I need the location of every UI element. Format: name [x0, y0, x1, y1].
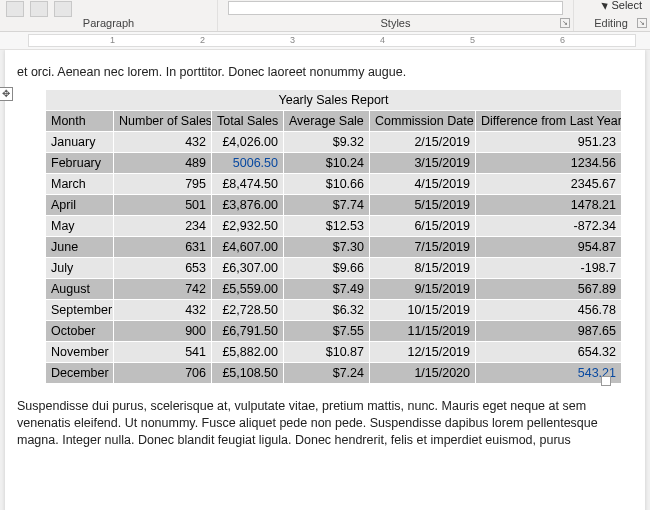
cell-month[interactable]: January: [46, 131, 114, 152]
cell-average-sale[interactable]: $7.74: [284, 194, 370, 215]
ribbon-icon[interactable]: [6, 1, 24, 17]
table-row[interactable]: July653£6,307.00$9.668/15/2019-198.7: [46, 257, 622, 278]
cell-commission-date[interactable]: 3/15/2019: [370, 152, 476, 173]
cell-month[interactable]: June: [46, 236, 114, 257]
cell-total-sales[interactable]: £5,559.00: [212, 278, 284, 299]
table-row[interactable]: April501£3,876.00$7.745/15/20191478.21: [46, 194, 622, 215]
cell-average-sale[interactable]: $10.66: [284, 173, 370, 194]
col-header-total-sales[interactable]: Total Sales: [212, 110, 284, 131]
cell-month[interactable]: February: [46, 152, 114, 173]
cell-commission-date[interactable]: 12/15/2019: [370, 341, 476, 362]
table-row[interactable]: February4895006.50$10.243/15/20191234.56: [46, 152, 622, 173]
horizontal-ruler[interactable]: 1 2 3 4 5 6: [0, 32, 650, 50]
col-header-average-sale[interactable]: Average Sale: [284, 110, 370, 131]
cell-number-of-sales[interactable]: 706: [114, 362, 212, 383]
cell-commission-date[interactable]: 9/15/2019: [370, 278, 476, 299]
table-title[interactable]: Yearly Sales Report: [46, 89, 622, 110]
cell-average-sale[interactable]: $6.32: [284, 299, 370, 320]
styles-gallery[interactable]: [228, 1, 563, 15]
cell-commission-date[interactable]: 10/15/2019: [370, 299, 476, 320]
cell-difference[interactable]: 2345.67: [476, 173, 622, 194]
col-header-month[interactable]: Month: [46, 110, 114, 131]
cell-month[interactable]: July: [46, 257, 114, 278]
cell-difference[interactable]: -872.34: [476, 215, 622, 236]
cell-total-sales[interactable]: £4,026.00: [212, 131, 284, 152]
cell-total-sales[interactable]: £6,791.50: [212, 320, 284, 341]
cell-number-of-sales[interactable]: 489: [114, 152, 212, 173]
cell-number-of-sales[interactable]: 432: [114, 131, 212, 152]
cell-total-sales[interactable]: £5,882.00: [212, 341, 284, 362]
cell-difference[interactable]: 1234.56: [476, 152, 622, 173]
cell-number-of-sales[interactable]: 742: [114, 278, 212, 299]
cell-month[interactable]: August: [46, 278, 114, 299]
cell-month[interactable]: October: [46, 320, 114, 341]
cell-total-sales[interactable]: £6,307.00: [212, 257, 284, 278]
cell-commission-date[interactable]: 11/15/2019: [370, 320, 476, 341]
document-page[interactable]: et orci. Aenean nec lorem. In porttitor.…: [5, 50, 645, 510]
cell-commission-date[interactable]: 1/15/2020: [370, 362, 476, 383]
cell-average-sale[interactable]: $7.49: [284, 278, 370, 299]
cell-month[interactable]: April: [46, 194, 114, 215]
cell-difference[interactable]: -198.7: [476, 257, 622, 278]
cell-average-sale[interactable]: $12.53: [284, 215, 370, 236]
cell-number-of-sales[interactable]: 900: [114, 320, 212, 341]
styles-dialog-launcher-icon[interactable]: ↘: [560, 18, 570, 28]
cell-difference[interactable]: 951.23: [476, 131, 622, 152]
cell-difference[interactable]: 654.32: [476, 341, 622, 362]
table-resize-handle-icon[interactable]: [601, 376, 611, 386]
cell-total-sales[interactable]: £2,932.50: [212, 215, 284, 236]
col-header-difference[interactable]: Difference from Last Year: [476, 110, 622, 131]
table-row[interactable]: November541£5,882.00$10.8712/15/2019654.…: [46, 341, 622, 362]
cell-number-of-sales[interactable]: 541: [114, 341, 212, 362]
table-row[interactable]: January432£4,026.00$9.322/15/2019951.23: [46, 131, 622, 152]
cell-number-of-sales[interactable]: 234: [114, 215, 212, 236]
cell-total-sales[interactable]: £5,108.50: [212, 362, 284, 383]
cell-difference[interactable]: 543.21: [476, 362, 622, 383]
cell-commission-date[interactable]: 4/15/2019: [370, 173, 476, 194]
ribbon-icon[interactable]: [30, 1, 48, 17]
table-row[interactable]: May234£2,932.50$12.536/15/2019-872.34: [46, 215, 622, 236]
body-paragraph-above[interactable]: et orci. Aenean nec lorem. In porttitor.…: [17, 64, 627, 81]
cell-commission-date[interactable]: 8/15/2019: [370, 257, 476, 278]
cell-total-sales[interactable]: £2,728.50: [212, 299, 284, 320]
table-row[interactable]: October900£6,791.50$7.5511/15/2019987.65: [46, 320, 622, 341]
col-header-number-of-sales[interactable]: Number of Sales: [114, 110, 212, 131]
table-row[interactable]: June631£4,607.00$7.307/15/2019954.87: [46, 236, 622, 257]
cell-total-sales[interactable]: £3,876.00: [212, 194, 284, 215]
cell-month[interactable]: March: [46, 173, 114, 194]
cell-commission-date[interactable]: 6/15/2019: [370, 215, 476, 236]
cell-month[interactable]: September: [46, 299, 114, 320]
cell-total-sales[interactable]: £4,607.00: [212, 236, 284, 257]
table-row[interactable]: December706£5,108.50$7.241/15/2020543.21: [46, 362, 622, 383]
table-row[interactable]: September432£2,728.50$6.3210/15/2019456.…: [46, 299, 622, 320]
cell-commission-date[interactable]: 7/15/2019: [370, 236, 476, 257]
table-row[interactable]: August742£5,559.00$7.499/15/2019567.89: [46, 278, 622, 299]
col-header-commission-date[interactable]: Commission Date: [370, 110, 476, 131]
cell-total-sales[interactable]: £8,474.50: [212, 173, 284, 194]
cell-number-of-sales[interactable]: 653: [114, 257, 212, 278]
cell-number-of-sales[interactable]: 432: [114, 299, 212, 320]
document-viewport[interactable]: et orci. Aenean nec lorem. In porttitor.…: [0, 50, 650, 510]
select-button[interactable]: Select: [603, 0, 642, 11]
cell-commission-date[interactable]: 2/15/2019: [370, 131, 476, 152]
cell-average-sale[interactable]: $10.87: [284, 341, 370, 362]
table-row[interactable]: March795£8,474.50$10.664/15/20192345.67: [46, 173, 622, 194]
cell-month[interactable]: December: [46, 362, 114, 383]
table-header-row[interactable]: Month Number of Sales Total Sales Averag…: [46, 110, 622, 131]
cell-average-sale[interactable]: $7.24: [284, 362, 370, 383]
table-move-handle-icon[interactable]: ✥: [0, 87, 13, 101]
cell-month[interactable]: May: [46, 215, 114, 236]
cell-commission-date[interactable]: 5/15/2019: [370, 194, 476, 215]
cell-difference[interactable]: 1478.21: [476, 194, 622, 215]
cell-average-sale[interactable]: $9.32: [284, 131, 370, 152]
ribbon-icon[interactable]: [54, 1, 72, 17]
cell-average-sale[interactable]: $7.55: [284, 320, 370, 341]
cell-number-of-sales[interactable]: 501: [114, 194, 212, 215]
cell-average-sale[interactable]: $7.30: [284, 236, 370, 257]
cell-number-of-sales[interactable]: 631: [114, 236, 212, 257]
cell-number-of-sales[interactable]: 795: [114, 173, 212, 194]
sales-table[interactable]: Yearly Sales Report Month Number of Sale…: [45, 89, 622, 384]
cell-difference[interactable]: 456.78: [476, 299, 622, 320]
cell-difference[interactable]: 987.65: [476, 320, 622, 341]
cell-average-sale[interactable]: $10.24: [284, 152, 370, 173]
